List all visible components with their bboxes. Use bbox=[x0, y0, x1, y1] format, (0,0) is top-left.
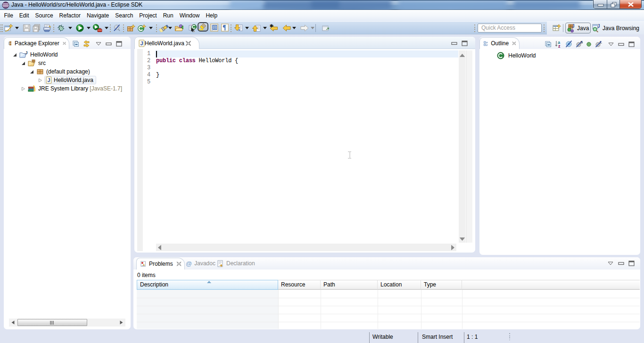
svg-text:J: J bbox=[140, 41, 143, 46]
svg-text:J: J bbox=[572, 24, 575, 29]
svg-text:J: J bbox=[25, 51, 28, 55]
svg-text:J: J bbox=[48, 77, 50, 83]
svg-text:✱: ✱ bbox=[270, 24, 273, 28]
svg-text:J: J bbox=[597, 24, 600, 29]
svg-text:z: z bbox=[558, 44, 561, 48]
svg-text:¶: ¶ bbox=[223, 24, 226, 31]
